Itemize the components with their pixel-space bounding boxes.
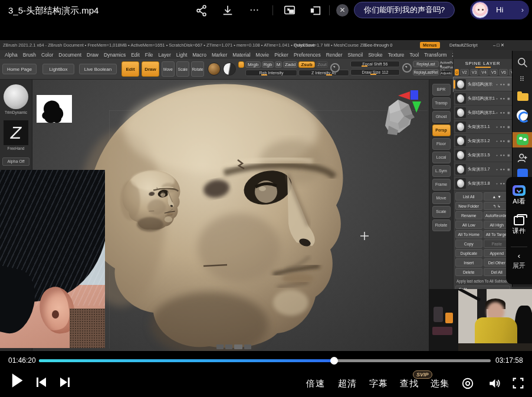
- search-in-video-button[interactable]: 查找: [400, 378, 419, 389]
- menu-item: Material: [232, 52, 250, 58]
- cursor-crosshair: [360, 232, 369, 240]
- episodes-button[interactable]: 选集: [431, 378, 449, 389]
- divider: [511, 247, 527, 247]
- menus-button: Menus: [420, 41, 440, 49]
- play-button[interactable]: [11, 373, 24, 388]
- chat-bubble[interactable]: 你们能听到我的声音吗?: [354, 2, 455, 18]
- side-overlay-menu: AI看 课件 ‹ 展开: [506, 177, 532, 284]
- alpha-off-button: Alpha Off: [2, 158, 29, 166]
- quicksave-button: QuickSave: [294, 40, 315, 50]
- assistant-label: Hi: [496, 1, 503, 19]
- search-icon: [517, 57, 528, 68]
- subtool-name: 头骨演示1.8: [468, 181, 496, 186]
- rgb-button: Rgb: [262, 61, 274, 68]
- quark-icon: [513, 110, 532, 122]
- right-shelf-button: L.Sym: [432, 165, 451, 177]
- subtool-row-icons: + ●● ◉: [496, 153, 512, 157]
- subtool-list: 头部结构演示 + ●● ◉ 头部结构演示1 + ●● ◉ 头部结构演示1.1 +…: [454, 77, 512, 191]
- download-icon[interactable]: [221, 4, 234, 17]
- subtool-name: 头骨演示1.7: [468, 166, 496, 172]
- assistant-pill[interactable]: Hi ›: [470, 1, 529, 19]
- subtool-row: 头骨演示1.8 + ●● ◉: [454, 176, 512, 191]
- menu-item: Preferences: [294, 52, 321, 58]
- menu-item: Brush: [23, 52, 36, 58]
- scale-button: Scale: [176, 61, 189, 77]
- subtool-row-icons: + ●● ◉: [496, 124, 512, 129]
- adjust-last-slider: Adjustlast 1: [440, 70, 452, 76]
- subtool-row: 头骨演示1.7 + ●● ◉: [454, 162, 512, 176]
- material-label: TrimDynamic: [0, 110, 32, 114]
- z-intensity-slider: Z Intensity 41: [298, 70, 349, 76]
- right-shelf-button: Rotate: [432, 219, 451, 231]
- webcam-shelf: [429, 289, 458, 351]
- speed-button[interactable]: 倍速: [306, 378, 325, 389]
- previous-button[interactable]: [35, 376, 47, 388]
- right-shelf-button: Frame: [432, 179, 451, 191]
- subtool-thumbnail: [455, 107, 466, 118]
- ai-view-button[interactable]: AI看: [506, 185, 532, 206]
- fullscreen-icon[interactable]: [512, 377, 524, 389]
- next-button[interactable]: [59, 376, 71, 388]
- draw-button: Draw: [142, 61, 159, 77]
- expand-button[interactable]: ‹ 展开: [506, 251, 532, 270]
- subtool-button: New Folder: [455, 202, 482, 210]
- courseware-icon: [514, 216, 524, 225]
- progress-handle[interactable]: [330, 357, 338, 365]
- subtool-row-icons: + ●● ◉: [496, 139, 512, 143]
- subtool-row-icons: + ●● ◉: [496, 167, 512, 171]
- apps-grid-icon: ⠿: [513, 76, 532, 83]
- focal-shift-slider: Focal Shift 56: [350, 61, 400, 67]
- close-chat-icon[interactable]: ✕: [336, 4, 349, 17]
- window-buttons: – □ ✕: [493, 40, 504, 50]
- stroke-label: FreeHand: [0, 146, 32, 150]
- subtool-row-icons: + ●● ◉: [496, 82, 512, 86]
- mrgb-button: Mrgb: [245, 61, 261, 68]
- chevron-right-icon: ›: [521, 1, 524, 19]
- subtool-name: 头部结构演示1: [468, 96, 496, 101]
- right-shelf-button: Transp: [432, 97, 451, 109]
- seethrough-slider: See-through 0: [364, 40, 393, 50]
- dock-window-icon[interactable]: [309, 4, 322, 17]
- circle-dot-icon[interactable]: [461, 377, 474, 390]
- right-shelf-button: Move: [432, 192, 451, 204]
- menu-item: Movie: [256, 52, 270, 58]
- subtool-button: Copy: [455, 239, 482, 248]
- panel-tab: V6: [499, 69, 508, 76]
- menu-item: Render: [326, 52, 343, 58]
- replay-last-rel-button: ReplayLastRel: [413, 69, 439, 76]
- right-shelf-button: Ghost: [432, 111, 451, 123]
- panel-tab: V5: [490, 69, 498, 76]
- avatar: [472, 2, 488, 18]
- quality-button[interactable]: 超清: [338, 378, 357, 389]
- subtool-button: All To Home: [455, 230, 482, 238]
- move-button: Move: [162, 61, 175, 77]
- share-icon[interactable]: [195, 4, 208, 17]
- alpha-thumbnail: [37, 95, 72, 123]
- mc-toggle: [238, 61, 244, 68]
- menu-item: Texture: [388, 52, 405, 58]
- menu-item: Picker: [274, 52, 288, 58]
- pip-icon[interactable]: [283, 4, 296, 17]
- zsub-button: Zsub: [298, 61, 315, 68]
- replay-last-button: ReplayLast: [413, 61, 439, 67]
- stroke-knob-icon: [330, 63, 340, 73]
- courseware-button[interactable]: 课件: [506, 216, 532, 235]
- right-shelf-button: Floor: [432, 138, 451, 150]
- subtool-thumbnail: [455, 79, 466, 90]
- more-icon[interactable]: ⋯: [248, 4, 261, 17]
- brush-preview: [208, 63, 221, 76]
- draw-size-slider: Draw Size 112: [350, 69, 400, 76]
- subtool-name: 头骨演示1.5: [468, 152, 496, 158]
- chevron-left-icon: ‹: [506, 251, 532, 260]
- subtool-button: Insert: [455, 258, 482, 267]
- progress-bar[interactable]: [39, 359, 491, 362]
- top-bar: 3_5-头部结构演示.mp4 ⋯ ✕: [0, 0, 532, 21]
- subtool-row: 头部结构演示1.1 + ●● ◉: [454, 106, 512, 120]
- panel-tab: V2: [460, 69, 469, 76]
- volume-icon[interactable]: [488, 377, 501, 390]
- video-frame[interactable]: ZBrush 2021.2.1 x64 - ZBrush Document • …: [0, 21, 532, 354]
- zbrush-top-shelf: Home Page LightBox Live Boolean Edit Dra…: [0, 59, 453, 80]
- subtitles-button[interactable]: 字幕: [369, 378, 388, 389]
- wechat-icon: [517, 134, 528, 145]
- menu-item: Alpha: [5, 52, 18, 58]
